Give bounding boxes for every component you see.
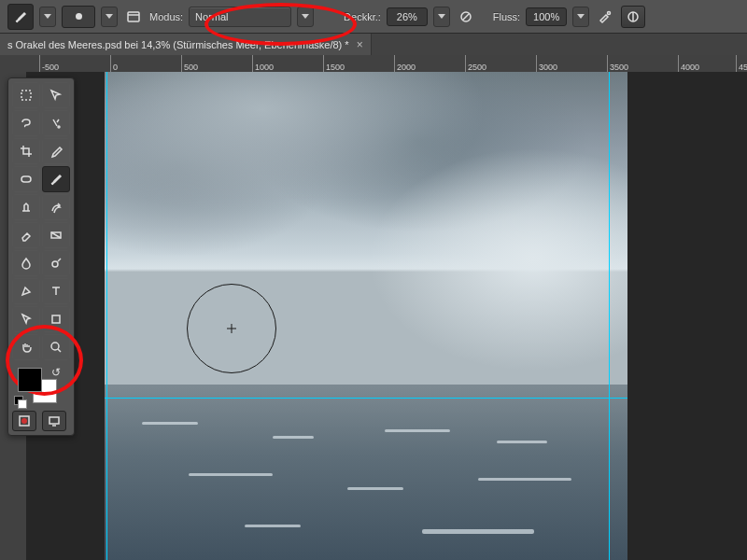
close-tab-icon[interactable]: ×	[357, 38, 363, 51]
ruler-tick: 3500	[607, 55, 628, 72]
svg-point-12	[21, 418, 27, 424]
brush-tool-icon[interactable]	[42, 166, 70, 192]
svg-rect-0	[128, 12, 139, 21]
flow-dropdown[interactable]	[572, 7, 589, 27]
default-colors-icon[interactable]	[14, 396, 25, 407]
tool-selected-brush-icon[interactable]	[7, 4, 34, 30]
gradient-tool-icon[interactable]	[42, 222, 70, 248]
ruler-tick: 1000	[252, 55, 274, 72]
lasso-tool-icon[interactable]	[12, 110, 40, 136]
svg-point-2	[608, 11, 611, 14]
svg-rect-6	[21, 176, 31, 182]
shape-tool-icon[interactable]	[42, 306, 70, 332]
brush-tip-preview[interactable]	[62, 6, 95, 28]
path-select-tool-icon[interactable]	[12, 306, 40, 332]
foreground-color-swatch[interactable]	[18, 368, 42, 392]
healing-brush-tool-icon[interactable]	[12, 166, 40, 192]
opacity-dropdown[interactable]	[433, 7, 450, 27]
flow-field[interactable]: 100%	[526, 7, 567, 26]
quick-select-tool-icon[interactable]	[42, 110, 70, 136]
ruler-origin[interactable]	[0, 55, 27, 73]
svg-rect-9	[52, 315, 60, 323]
opacity-label: Deckkr.:	[344, 11, 381, 22]
pressure-size-icon[interactable]	[621, 6, 645, 28]
guide-vertical[interactable]	[106, 72, 107, 560]
zoom-tool-icon[interactable]	[42, 334, 70, 360]
guide-horizontal[interactable]	[105, 398, 627, 399]
pressure-opacity-icon[interactable]	[456, 7, 476, 27]
ruler-tick: 1500	[323, 55, 345, 72]
swap-colors-icon[interactable]: ↺	[51, 366, 64, 379]
brush-cursor	[187, 284, 276, 373]
ruler-tick: 2000	[394, 55, 416, 72]
svg-point-8	[52, 261, 58, 267]
blend-mode-select[interactable]: Normal	[189, 7, 291, 27]
ruler-tick: 500	[181, 55, 198, 72]
ruler-horizontal[interactable]: -500 0 500 1000 1500 2000 2500 3000 3500…	[26, 55, 747, 73]
ruler-tick: 2500	[465, 55, 486, 72]
tool-panel: ↺	[7, 77, 75, 436]
options-bar: Modus: Normal Deckkr.: 26% Fluss: 100%	[0, 0, 747, 34]
ruler-tick: 4500	[736, 55, 747, 72]
brush-panel-icon[interactable]	[123, 7, 144, 27]
eyedropper-tool-icon[interactable]	[42, 138, 70, 164]
move-tool-icon[interactable]	[42, 82, 70, 108]
document-tab-bar: s Orakel des Meeres.psd bei 14,3% (Stürm…	[0, 34, 747, 57]
type-tool-icon[interactable]	[42, 278, 70, 304]
eraser-tool-icon[interactable]	[12, 222, 40, 248]
svg-rect-4	[21, 91, 31, 100]
ruler-tick: -500	[39, 55, 59, 72]
screen-mode-icon[interactable]	[42, 411, 66, 431]
sky-region	[105, 72, 627, 385]
tool-preset-dropdown[interactable]	[39, 7, 56, 27]
svg-point-5	[58, 126, 60, 128]
svg-point-10	[51, 343, 59, 350]
hand-tool-icon[interactable]	[12, 334, 40, 360]
airbrush-icon[interactable]	[595, 7, 615, 27]
document-tab-label: s Orakel des Meeres.psd bei 14,3% (Stürm…	[7, 39, 349, 50]
ruler-tick: 4000	[678, 55, 699, 72]
blend-mode-dropdown[interactable]	[297, 7, 314, 27]
blur-tool-icon[interactable]	[12, 250, 40, 276]
dodge-tool-icon[interactable]	[42, 250, 70, 276]
marquee-tool-icon[interactable]	[12, 82, 40, 108]
flow-label: Fluss:	[493, 11, 520, 22]
mode-label: Modus:	[149, 11, 183, 22]
document-tab[interactable]: s Orakel des Meeres.psd bei 14,3% (Stürm…	[0, 34, 372, 56]
canvas[interactable]	[26, 72, 747, 560]
quick-mask-icon[interactable]	[12, 411, 36, 431]
pen-tool-icon[interactable]	[12, 278, 40, 304]
sea-region	[105, 385, 627, 560]
ruler-tick: 0	[110, 55, 118, 72]
ruler-tick: 3000	[536, 55, 557, 72]
clone-stamp-tool-icon[interactable]	[12, 194, 40, 220]
opacity-field[interactable]: 26%	[387, 7, 428, 26]
history-brush-tool-icon[interactable]	[42, 194, 70, 220]
color-swatches: ↺	[12, 366, 66, 407]
guide-vertical[interactable]	[609, 72, 610, 560]
svg-rect-13	[49, 417, 59, 424]
crop-tool-icon[interactable]	[12, 138, 40, 164]
brush-tip-dropdown[interactable]	[101, 7, 118, 27]
document-image	[105, 72, 627, 560]
